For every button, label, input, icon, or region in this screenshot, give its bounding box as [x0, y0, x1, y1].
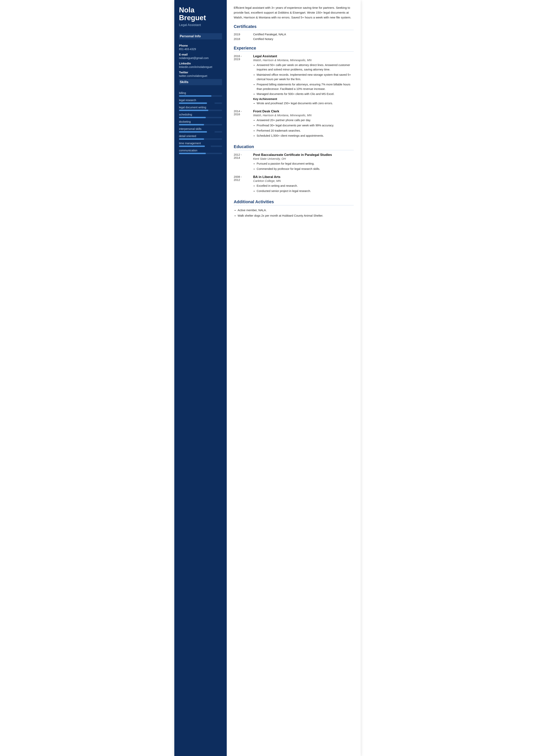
skill-bar-fill — [179, 117, 206, 118]
entry-role: Post Baccalaureate Certificate in Parale… — [253, 153, 354, 157]
email-value: nolabreguet@gmail.com — [179, 56, 222, 60]
bullet-item: Conducted senior project in legal resear… — [257, 189, 354, 193]
skill-bar-secondary — [205, 146, 211, 147]
entry-org: Carleton College, MN — [253, 179, 354, 182]
bullet-item: Performed 20 trademark searches. — [257, 128, 354, 133]
entry-role: BA in Liberal Arts — [253, 175, 354, 179]
email-label: E-mail — [179, 53, 222, 56]
entry-bullets: Answered 20+ partner phone calls per day… — [253, 118, 354, 138]
bullet-item: Answered 50+ calls per week on attorney … — [257, 63, 354, 72]
skill-bar-fill — [179, 146, 205, 147]
experience-list: 2016 - 2019Legal AssistantWalsh, Harriso… — [234, 54, 354, 139]
skill-label: scheduling — [179, 113, 222, 116]
bullet-item: Commended by professor for legal researc… — [257, 167, 354, 171]
entry-bullets: Answered 50+ calls per week on attorney … — [253, 63, 354, 96]
entry-role: Legal Assistant — [253, 54, 354, 58]
skill-bar-fill — [179, 138, 204, 140]
skill-label: interpersonal skills — [179, 127, 222, 130]
cert-name: Certified Notary — [253, 38, 273, 41]
skill-bar-fill — [179, 95, 211, 97]
personal-info-section-title: Personal Info — [179, 33, 222, 40]
skill-label: detail oriented — [179, 134, 222, 138]
certificates-title: Certificates — [234, 24, 354, 30]
skill-label: legal research — [179, 98, 222, 102]
bullet-item: Proofread 30+ legal documents per week w… — [257, 123, 354, 128]
education-section: Education 2012 - 2014Post Baccalaureate … — [234, 144, 354, 194]
summary-text: Efficient legal assistant with 3+ years … — [234, 5, 354, 20]
entry-dates: 2008 - 2012 — [234, 175, 253, 194]
skill-bar-bg — [179, 95, 222, 97]
bullet-item: Answered 20+ partner phone calls per day… — [257, 118, 354, 123]
phone-value: 651-403-4329 — [179, 47, 222, 51]
entry-bullets: Pursued a passion for legal document wri… — [253, 161, 354, 171]
entry-body: BA in Liberal ArtsCarleton College, MNEx… — [253, 175, 354, 194]
phone-label: Phone — [179, 44, 222, 47]
experience-entry: 2014 - 2016Front Desk ClerkWalsh, Harris… — [234, 109, 354, 139]
education-list: 2012 - 2014Post Baccalaureate Certificat… — [234, 153, 354, 194]
skill-label: time management — [179, 142, 222, 145]
twitter-label: Twitter — [179, 71, 222, 74]
skill-bar-bg — [179, 124, 222, 126]
bullet-item: Managed documents for 500+ clients with … — [257, 92, 354, 96]
activity-item: Walk shelter dogs 2x per month at Hubbar… — [238, 213, 354, 218]
linkedin-value: linkedin.com/in/nolabreguet — [179, 66, 222, 69]
bullet-item: Prepared billing statements for attorney… — [257, 82, 354, 91]
entry-body: Post Baccalaureate Certificate in Parale… — [253, 153, 354, 172]
cert-year: 2018 — [234, 38, 253, 41]
main-content: Efficient legal assistant with 3+ years … — [227, 0, 361, 756]
resume-wrapper: NolaBreguet Legal Assistant Personal Inf… — [174, 0, 361, 756]
experience-entry: 2016 - 2019Legal AssistantWalsh, Harriso… — [234, 54, 354, 107]
candidate-name: NolaBreguet — [179, 6, 222, 22]
cert-row: 2019Certified Paralegal, NALA — [234, 33, 354, 36]
education-title: Education — [234, 144, 354, 150]
experience-title: Experience — [234, 45, 354, 52]
skill-bar-secondary — [207, 131, 215, 132]
education-entry: 2008 - 2012BA in Liberal ArtsCarleton Co… — [234, 175, 354, 194]
skill-label: docketing — [179, 120, 222, 123]
skill-bar-bg — [179, 146, 222, 147]
entry-org: Walsh, Harrison & Montana, Minneapolis, … — [253, 114, 354, 117]
bullet-item: Maintained office records. Implemented n… — [257, 72, 354, 81]
experience-section: Experience 2016 - 2019Legal AssistantWal… — [234, 45, 354, 139]
key-achievement-item: Wrote and proofread 150+ legal documents… — [257, 101, 354, 106]
certificates-section: Certificates 2019Certified Paralegal, NA… — [234, 24, 354, 41]
cert-name: Certified Paralegal, NALA — [253, 33, 286, 36]
skill-bar-bg — [179, 117, 222, 118]
skill-bar-bg — [179, 131, 222, 132]
skill-bar-bg — [179, 153, 222, 154]
skill-label: communication — [179, 149, 222, 152]
key-achievement-list: Wrote and proofread 150+ legal documents… — [253, 101, 354, 106]
key-achievement-label: Key Achievement — [253, 98, 354, 100]
certificates-list: 2019Certified Paralegal, NALA2018Certifi… — [234, 33, 354, 41]
candidate-title: Legal Assistant — [179, 23, 222, 27]
bullet-item: Pursued a passion for legal document wri… — [257, 161, 354, 166]
skill-bar-bg — [179, 110, 222, 111]
entry-body: Legal AssistantWalsh, Harrison & Montana… — [253, 54, 354, 107]
activities-title: Additional Activities — [234, 199, 354, 205]
entry-dates: 2016 - 2019 — [234, 54, 253, 107]
sidebar: NolaBreguet Legal Assistant Personal Inf… — [174, 0, 227, 756]
education-entry: 2012 - 2014Post Baccalaureate Certificat… — [234, 153, 354, 172]
linkedin-label: LinkedIn — [179, 62, 222, 65]
bullet-item: Scheduled 1,500+ client meetings and app… — [257, 133, 354, 138]
skill-bar-fill — [179, 124, 204, 126]
activities-list: Active member, NALA.Walk shelter dogs 2x… — [234, 208, 354, 218]
skill-bar-fill — [179, 153, 206, 154]
skill-bar-secondary — [207, 102, 215, 104]
skill-bar-fill — [179, 110, 208, 111]
entry-bullets: Excelled in writing and research.Conduct… — [253, 183, 354, 193]
entry-body: Front Desk ClerkWalsh, Harrison & Montan… — [253, 109, 354, 139]
bullet-item: Excelled in writing and research. — [257, 183, 354, 188]
entry-org: Walsh, Harrison & Montana, Minneapolis, … — [253, 59, 354, 62]
skills-section: billinglegal researchlegal document writ… — [179, 90, 222, 154]
skill-bar-fill — [179, 131, 207, 132]
skill-bar-fill — [179, 102, 207, 104]
skills-section-title: Skills — [179, 79, 222, 85]
skill-label: legal document writing — [179, 106, 222, 109]
cert-year: 2019 — [234, 33, 253, 36]
cert-row: 2018Certified Notary — [234, 38, 354, 41]
activities-section: Additional Activities Active member, NAL… — [234, 199, 354, 218]
skill-bar-bg — [179, 138, 222, 140]
skill-label: billing — [179, 92, 222, 95]
twitter-value: twitter.com/nolabreguet — [179, 74, 222, 77]
